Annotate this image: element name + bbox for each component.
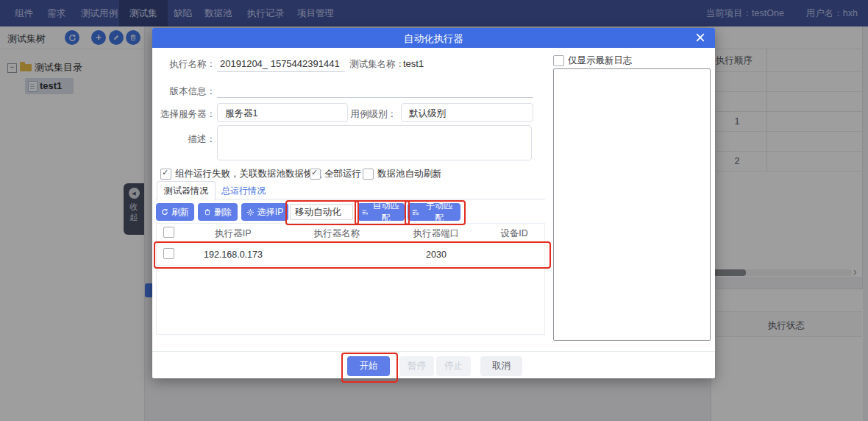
select-ip-button[interactable]: 选择IP (241, 203, 288, 221)
tab-overall-run-status[interactable]: 总运行情况 (221, 185, 266, 197)
manual-match-button[interactable]: 手动匹配 (408, 203, 460, 221)
tab-tester-status[interactable]: 测试器情况 (157, 181, 216, 201)
select-all-checkbox[interactable] (163, 227, 174, 238)
version-label: 版本信息： (158, 85, 216, 98)
suite-name-label: 测试集名称： (349, 58, 405, 71)
footer-divider (152, 351, 715, 352)
list-settings-icon (362, 208, 369, 216)
pause-button: 暂停 (399, 356, 434, 376)
cancel-button[interactable]: 取消 (480, 356, 522, 376)
executor-table-header: 执行器IP 执行器名称 执行器端口 设备ID (157, 224, 544, 244)
server-select[interactable]: 服务器1 (217, 103, 348, 122)
col-executor-name: 执行器名称 (285, 224, 388, 244)
checkbox-icon[interactable] (553, 55, 564, 66)
checkbox-run-all[interactable]: 全部运行 (310, 168, 361, 180)
cell-executor-name (285, 244, 388, 265)
row-checkbox[interactable] (163, 248, 174, 259)
checkbox-label: 数据池自动刷新 (377, 168, 442, 180)
refresh-label: 刷新 (171, 206, 189, 219)
exec-name-value[interactable]: 20191204_ 1575442391441 (220, 58, 340, 69)
checkbox-icon[interactable] (363, 169, 374, 180)
executor-table: 执行器IP 执行器名称 执行器端口 设备ID 192.168.0.173 203… (156, 223, 545, 335)
server-label: 选择服务器： (154, 108, 216, 121)
exec-name-label: 执行名称： (158, 58, 216, 71)
checkbox-label: 全部运行 (324, 168, 361, 180)
match-type-input[interactable] (290, 204, 353, 220)
refresh-button[interactable]: 刷新 (156, 203, 194, 221)
refresh-icon (161, 208, 168, 216)
close-button[interactable] (696, 33, 706, 43)
stop-button: 停止 (436, 356, 471, 376)
case-level-label: 用例级别： (345, 108, 396, 121)
trash-icon (204, 208, 211, 216)
delete-label: 删除 (214, 206, 232, 219)
version-input[interactable] (217, 82, 533, 98)
auto-match-button[interactable]: 自动匹配 (357, 203, 405, 221)
latest-log-only-checkbox[interactable]: 仅显示最新日志 (553, 54, 633, 67)
description-label: 描述： (158, 133, 216, 146)
start-button[interactable]: 开始 (347, 356, 390, 376)
auto-match-label: 自动匹配 (371, 199, 400, 224)
checkbox-icon[interactable] (310, 169, 321, 180)
checkbox-datapool-autorefresh[interactable]: 数据池自动刷新 (363, 168, 442, 180)
case-level-select[interactable]: 默认级别 (401, 103, 533, 122)
col-executor-port: 执行器端口 (388, 224, 484, 244)
checkbox-component-fail-restore[interactable]: 组件运行失败，关联数据池数据恢复 (160, 168, 322, 180)
checkbox-icon[interactable] (160, 169, 171, 180)
manual-match-label: 手动匹配 (422, 199, 456, 224)
description-textarea[interactable] (217, 125, 532, 160)
dialog-header: 自动化执行器 (152, 28, 715, 48)
close-icon (696, 33, 705, 42)
log-output-box (553, 68, 711, 341)
delete-button[interactable]: 删除 (198, 203, 238, 221)
latest-log-only-label: 仅显示最新日志 (568, 54, 633, 67)
checkbox-label: 组件运行失败，关联数据池数据恢复 (175, 168, 322, 180)
suite-name-value: test1 (403, 58, 424, 69)
col-device-id: 设备ID (484, 224, 544, 244)
list-settings-icon (412, 208, 419, 216)
cell-executor-port: 2030 (388, 244, 484, 265)
col-executor-ip: 执行器IP (181, 224, 285, 244)
gear-icon (246, 208, 255, 216)
cell-executor-ip: 192.168.0.173 (181, 244, 285, 265)
cell-device-id (484, 244, 544, 265)
dialog-title: 自动化执行器 (152, 32, 715, 46)
executor-row[interactable]: 192.168.0.173 2030 (157, 244, 544, 266)
select-ip-label: 选择IP (257, 206, 283, 219)
automation-executor-dialog: 自动化执行器 执行名称： 20191204_ 1575442391441 测试集… (152, 28, 715, 378)
